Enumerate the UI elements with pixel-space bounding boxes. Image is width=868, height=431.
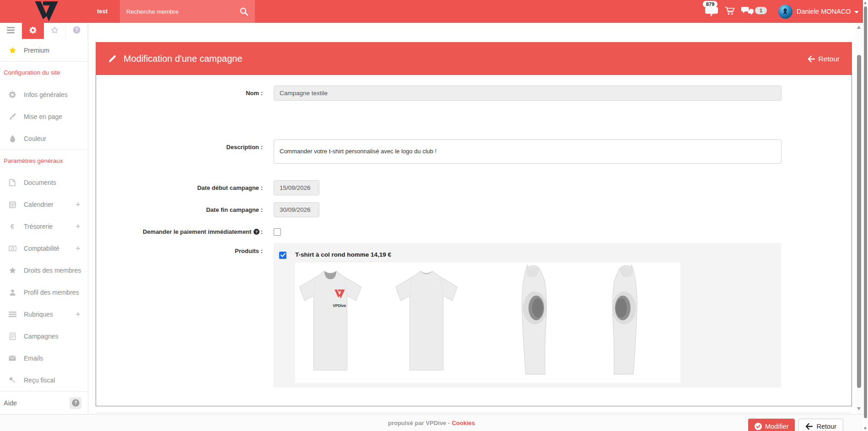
gear-icon [8, 91, 17, 98]
search-input[interactable]: Recherche membre [126, 8, 239, 15]
gavel-icon [8, 377, 17, 384]
date-end-input[interactable]: 30/09/2026 [274, 202, 319, 217]
products-label: Produits : [96, 243, 267, 388]
scrollbar-thumb[interactable] [864, 6, 867, 418]
tab-menu-icon[interactable] [0, 23, 22, 39]
products-box: T-shirt à col rond homme 14,19 € VPDive [274, 243, 782, 388]
form-footer-divider [96, 413, 852, 413]
tab-gear-icon[interactable] [22, 23, 44, 39]
sidebar-tabs: ? [0, 23, 88, 39]
chat-bubbles-icon [741, 6, 754, 17]
description-textarea[interactable]: Commander votre t-shirt personnalisé ave… [274, 140, 782, 164]
product-name: T-shirt à col rond homme 14,19 € [295, 251, 391, 258]
search-icon[interactable] [239, 7, 248, 16]
vpdive-logo-icon[interactable] [30, 1, 62, 22]
plus-icon[interactable]: + [76, 222, 80, 231]
campaign-edit-panel: Modification d'une campagne Retour Nom :… [96, 42, 852, 406]
plus-icon[interactable]: + [76, 200, 80, 209]
window-scrollbar[interactable] [863, 0, 868, 431]
scroll-up-arrow[interactable] [857, 26, 861, 29]
scroll-down-arrow[interactable] [857, 407, 861, 410]
date-start-label: Date début campagne : [96, 180, 267, 195]
scroll-down-arrow[interactable] [864, 427, 867, 430]
back-link[interactable]: Retour [808, 55, 840, 63]
tab-star-outline-icon[interactable] [44, 23, 66, 39]
file-icon [8, 179, 17, 186]
immediate-payment-label: Demander le paiement immédiatement?: [96, 226, 267, 238]
scrollbar-thumb[interactable] [857, 55, 861, 388]
star-outline-icon [51, 27, 59, 36]
svg-text:€: € [11, 223, 14, 230]
menu-icon [7, 27, 15, 35]
star-icon [8, 267, 17, 274]
back-button[interactable]: Retour [798, 419, 843, 431]
sidebar-item-10[interactable]: Droits des membres [0, 259, 88, 281]
product-image-tshirt-back [392, 264, 461, 381]
droplet-icon [8, 135, 17, 142]
sidebar-item-2[interactable]: Infos générales [0, 84, 88, 106]
notifications-badge: 879 [703, 1, 717, 7]
user-icon [8, 289, 17, 296]
plus-icon[interactable]: + [76, 244, 80, 253]
chevron-down-icon [854, 11, 859, 13]
product-checkbox[interactable] [279, 252, 286, 259]
arrow-left-icon [808, 56, 815, 62]
immediate-payment-checkbox[interactable] [274, 228, 281, 236]
svg-text:?: ? [74, 400, 77, 405]
site-tab[interactable]: test [91, 0, 113, 23]
sidebar-item-13[interactable]: Campagnes [0, 325, 88, 347]
content-scrollbar[interactable] [855, 23, 863, 414]
scroll-up-arrow[interactable] [864, 1, 867, 4]
euro-icon: € [8, 223, 17, 230]
user-menu[interactable]: Daniele MONACO [778, 0, 859, 23]
tab-help-icon[interactable]: ? [66, 23, 88, 39]
product-image-tshirt-side-alt [606, 264, 650, 381]
sidebar-section: Configuration du site [0, 62, 88, 84]
sidebar-item-4[interactable]: Couleur [0, 128, 88, 150]
page-title: Modification d'une campagne [124, 54, 243, 64]
sidebar-help: Aide? [0, 391, 88, 414]
sidebar-item-15[interactable]: Reçu fiscal [0, 369, 88, 391]
brush-icon [8, 113, 17, 120]
sidebar-item-6[interactable]: Documents [0, 172, 88, 194]
messages-button[interactable]: 1 [741, 6, 767, 17]
cookies-link[interactable]: Cookies [452, 420, 475, 426]
document-icon [8, 333, 17, 340]
name-input[interactable]: Campagne textile [274, 86, 782, 101]
footer: propulsé par VPDive - Cookies [0, 414, 863, 431]
sidebar-item-0[interactable]: Premium [0, 39, 88, 62]
svg-text:VPDive: VPDive [333, 303, 346, 308]
cart-icon[interactable] [725, 6, 735, 17]
search-bar[interactable]: Recherche membre [120, 0, 255, 23]
powered-by-text: propulsé par VPDive - [388, 420, 450, 426]
banknote-icon [8, 246, 17, 251]
modify-button[interactable]: Modifier [748, 419, 795, 431]
product-image-tshirt-side [509, 264, 553, 381]
product-images: VPDive [295, 263, 680, 383]
envelope-icon [8, 356, 17, 361]
help-button[interactable]: ? [70, 397, 81, 409]
date-start-input[interactable]: 15/09/2026 [274, 180, 319, 195]
arrow-left-icon [805, 423, 813, 430]
sidebar-item-14[interactable]: Emails [0, 347, 88, 369]
sidebar-item-8[interactable]: €Trésorerie+ [0, 216, 88, 237]
messages-badge: 1 [755, 7, 767, 14]
calendar-icon [8, 201, 17, 208]
product-image-tshirt-front: VPDive [296, 264, 365, 381]
plus-icon[interactable]: + [76, 310, 80, 318]
sidebar-item-9[interactable]: Comptabilité+ [0, 237, 88, 259]
date-end-label: Date fin campagne : [96, 202, 267, 217]
speech-bubble-icon [705, 7, 718, 19]
sidebar-item-11[interactable]: Profil des membres [0, 281, 88, 303]
svg-text:?: ? [75, 27, 78, 32]
notifications-button[interactable]: 879 [701, 0, 722, 21]
sidebar-item-7[interactable]: Calendrier+ [0, 194, 88, 216]
question-circle-icon[interactable]: ? [253, 227, 259, 238]
description-label: Description : [96, 140, 267, 164]
topbar: test Recherche membre 879 1 Daniele MONA… [0, 0, 863, 23]
sidebar-item-3[interactable]: Mise en page [0, 106, 88, 128]
sidebar-item-12[interactable]: Rubriques+ [0, 303, 88, 325]
form-buttons: Modifier Retour [748, 419, 843, 431]
campaign-form: Nom : Campagne textile Description : Com… [96, 75, 852, 406]
star-icon [8, 47, 17, 54]
